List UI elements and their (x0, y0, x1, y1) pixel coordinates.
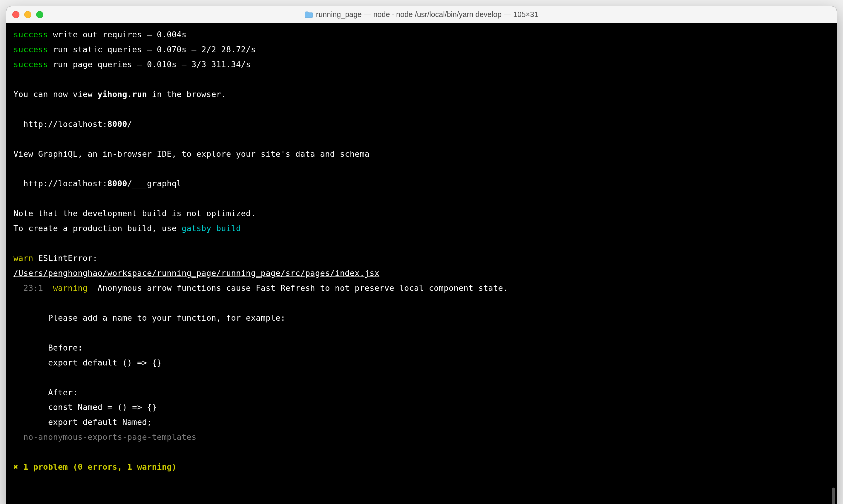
output-text: View GraphiQL, an in-browser IDE, to exp… (14, 149, 370, 159)
problem-summary: ✖ 1 problem (0 errors, 1 warning) (14, 462, 177, 471)
output-text: ESLintError: (33, 253, 98, 263)
command-text: gatsby build (182, 223, 241, 233)
site-name: yihong.run (98, 90, 147, 99)
output-text: export default Named; (14, 417, 152, 427)
output-text: To create a production build, use (14, 223, 182, 233)
status-success: success (14, 30, 48, 39)
terminal-window: running_page — node ∙ node /usr/local/bi… (6, 6, 837, 504)
file-path: /Users/penghonghao/workspace/running_pag… (14, 268, 380, 278)
terminal-output[interactable]: success write out requires — 0.004s succ… (6, 23, 837, 504)
output-text: Before: (14, 343, 83, 352)
warning-label: warning (43, 283, 88, 293)
status-success: success (14, 45, 48, 54)
url-prefix: http://localhost: (14, 120, 107, 129)
eslint-rule: no-anonymous-exports-page-templates (14, 432, 196, 442)
output-text: run page queries — 0.010s — 3/3 311.34/s (48, 60, 251, 69)
scrollbar-thumb[interactable] (832, 488, 835, 504)
output-text: After: (14, 388, 78, 397)
url-suffix: / (127, 120, 132, 129)
output-text: export default () => {} (14, 358, 162, 367)
output-text: write out requires — 0.004s (48, 30, 187, 39)
output-text: const Named = () => {} (14, 402, 157, 412)
output-text: run static queries — 0.070s — 2/2 28.72/… (48, 45, 256, 54)
traffic-lights (12, 11, 43, 18)
window-title-container: running_page — node ∙ node /usr/local/bi… (305, 10, 538, 19)
url-port: 8000 (107, 179, 127, 188)
status-warn: warn (14, 253, 33, 263)
status-success: success (14, 60, 48, 69)
output-text: You can now view (14, 90, 98, 99)
title-bar: running_page — node ∙ node /usr/local/bi… (6, 6, 837, 23)
close-window-button[interactable] (12, 11, 19, 18)
window-title: running_page — node ∙ node /usr/local/bi… (316, 10, 538, 19)
warning-message: Anonymous arrow functions cause Fast Ref… (88, 283, 508, 293)
url-suffix: /___graphql (127, 179, 182, 188)
minimize-window-button[interactable] (24, 11, 31, 18)
location: 23:1 (14, 283, 43, 293)
maximize-window-button[interactable] (36, 11, 43, 18)
output-text: in the browser. (147, 90, 226, 99)
folder-icon (305, 11, 313, 18)
output-text: Note that the development build is not o… (14, 209, 256, 218)
output-text: Please add a name to your function, for … (14, 313, 285, 322)
url-port: 8000 (107, 120, 127, 129)
url-prefix: http://localhost: (14, 179, 107, 188)
